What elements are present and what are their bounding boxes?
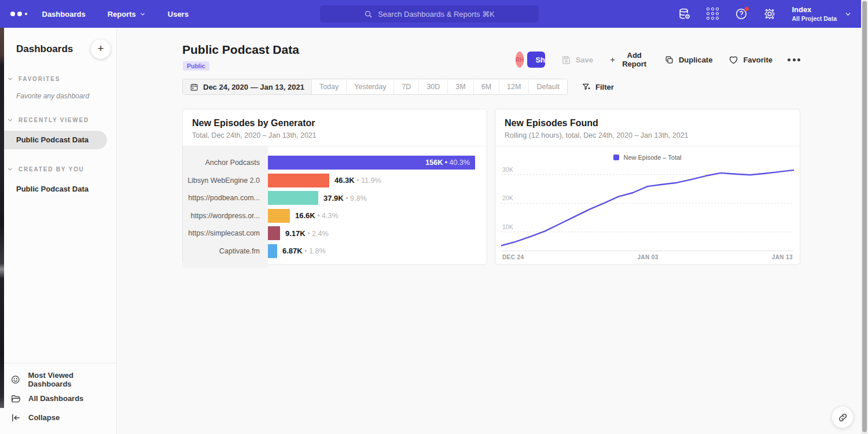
save-button[interactable]: Save: [561, 55, 593, 65]
section-label: FAVORITES: [19, 76, 60, 82]
preset-today[interactable]: Today: [312, 79, 347, 94]
bar-value: 9.17K • 2.4%: [285, 229, 329, 238]
link-icon: [838, 413, 848, 422]
sidebar-section-header[interactable]: FAVORITES: [0, 76, 116, 82]
top-navbar: DashboardsReportsUsers Search Dashboards…: [0, 0, 868, 28]
preset-3m[interactable]: 3M: [448, 79, 473, 94]
sidebar-footer-all-dashboards[interactable]: All Dashboards: [0, 389, 116, 408]
bar-row-label: Libsyn WebEngine 2.0: [183, 172, 268, 190]
filter-funnel-icon: [582, 82, 591, 91]
help-icon[interactable]: [735, 8, 748, 20]
bar-value: 46.3K • 11.9%: [334, 176, 381, 185]
sidebar-footer: Most Viewed DashboardsAll DashboardsColl…: [0, 363, 116, 434]
logo-dot: [10, 12, 15, 16]
favorite-label: Favorite: [743, 56, 773, 64]
chart-legend: New Episode – Total: [501, 152, 794, 163]
navbar-right: Index All Project Data: [678, 0, 852, 28]
bar-chart-labels: Anchor PodcastsLibsyn WebEngine 2.0https…: [183, 146, 268, 268]
project-name: Index: [792, 5, 837, 14]
chevron-down-icon: [7, 166, 13, 172]
avatar[interactable]: RH: [516, 52, 524, 68]
duplicate-button[interactable]: Duplicate: [664, 55, 713, 65]
screenshot-artifact-strip: [0, 28, 4, 408]
preset-30d[interactable]: 30D: [419, 79, 448, 94]
app-logo[interactable]: [10, 12, 27, 16]
bar-row: 46.3K • 11.9%: [268, 172, 487, 190]
project-switcher[interactable]: Index All Project Data: [792, 5, 837, 22]
more-options-icon[interactable]: [788, 58, 800, 61]
sidebar-item[interactable]: Public Podcast Data: [0, 180, 107, 198]
logo-dot: [17, 12, 22, 16]
visibility-badge: Public: [183, 61, 209, 71]
bar-value: 16.6K • 4.3%: [295, 211, 339, 220]
page-scrollbar[interactable]: [861, 0, 868, 434]
nav-item-dashboards[interactable]: Dashboards: [42, 10, 86, 19]
add-dashboard-button[interactable]: +: [91, 39, 111, 59]
folder-icon: [10, 393, 21, 404]
section-label: RECENTLY VIEWED: [19, 117, 89, 123]
bar-segment[interactable]: [268, 174, 329, 187]
calendar-icon: [190, 83, 198, 91]
scrollbar-thumb[interactable]: [862, 1, 867, 432]
bar-row-label: https://wordpress.or...: [183, 207, 268, 225]
sidebar-footer-collapse[interactable]: Collapse: [0, 408, 116, 427]
collapse-icon: [10, 413, 21, 423]
line-plot: 10K20K30K: [501, 164, 794, 251]
date-range-picker[interactable]: Dec 24, 2020 — Jan 13, 2021: [183, 79, 312, 94]
bar-row-label: https://simplecast.com: [183, 225, 268, 242]
search-input[interactable]: Search Dashboards & Reports ⌘K: [320, 5, 539, 23]
bar-segment[interactable]: 156K • 40.3%: [268, 156, 475, 170]
sidebar-section-header[interactable]: RECENTLY VIEWED: [0, 117, 116, 123]
add-report-button[interactable]: Add Report: [609, 51, 648, 68]
x-tick-label: JAN 03: [637, 254, 658, 260]
preset-yesterday[interactable]: Yesterday: [347, 79, 394, 94]
filter-button[interactable]: Filter: [582, 82, 614, 91]
preset-7d[interactable]: 7D: [394, 79, 419, 94]
filter-label: Filter: [595, 83, 614, 91]
bar-chart-subtitle: Total, Dec 24th, 2020 – Jan 13th, 2021: [192, 131, 477, 139]
x-axis-ticks: DEC 24JAN 03JAN 13: [501, 251, 794, 260]
svg-text:20K: 20K: [502, 194, 513, 201]
floating-link-button[interactable]: [832, 406, 854, 428]
share-button[interactable]: Share: [527, 52, 545, 68]
bar-segment[interactable]: [268, 209, 290, 223]
bar-segment[interactable]: [268, 244, 277, 258]
date-bar: Dec 24, 2020 — Jan 13, 2021 TodayYesterd…: [182, 79, 614, 95]
bar-row-label: Anchor Podcasts: [183, 154, 268, 172]
nav-item-users[interactable]: Users: [168, 10, 189, 19]
line-chart: New Episode – Total 10K20K30K DEC 24JAN …: [495, 146, 800, 260]
preset-6m[interactable]: 6M: [474, 79, 499, 94]
nav-item-reports[interactable]: Reports: [108, 10, 146, 19]
preset-default[interactable]: Default: [529, 79, 567, 94]
save-icon: [561, 55, 571, 65]
sidebar-footer-most-viewed-dashboards[interactable]: Most Viewed Dashboards: [0, 370, 116, 389]
legend-swatch: [613, 155, 619, 160]
project-scope: All Project Data: [792, 15, 837, 23]
bar-row: 9.17K • 2.4%: [268, 225, 487, 242]
apps-grid-icon[interactable]: [707, 8, 719, 20]
settings-gear-icon[interactable]: [763, 8, 776, 20]
chevron-down-icon: [7, 76, 13, 82]
favorite-button[interactable]: Favorite: [729, 55, 773, 65]
bar-chart-title: New Episodes by Generator: [192, 118, 477, 128]
sidebar-section-header[interactable]: CREATED BY YOU: [0, 166, 116, 172]
search-placeholder: Search Dashboards & Reports ⌘K: [378, 10, 495, 19]
section-label: CREATED BY YOU: [19, 166, 84, 172]
data-sources-icon[interactable]: [678, 8, 691, 20]
bar-row: 156K • 40.3%: [268, 154, 487, 172]
x-tick-label: JAN 13: [772, 254, 793, 260]
line-chart-title: New Episodes Found: [505, 118, 790, 128]
sidebar-top: Dashboards + FAVORITESFavorite any dashb…: [0, 28, 116, 363]
bar-row-label: https://podbean.com...: [183, 189, 268, 207]
chevron-down-icon[interactable]: [844, 10, 852, 18]
bar-row: 37.9K • 9.8%: [268, 189, 487, 207]
preset-12m[interactable]: 12M: [499, 79, 529, 94]
nav-items: DashboardsReportsUsers: [42, 10, 189, 19]
sidebar-item[interactable]: Public Podcast Data: [0, 131, 107, 149]
chevron-down-icon: [7, 117, 13, 123]
heart-icon: [729, 55, 738, 65]
bar-segment[interactable]: [268, 191, 318, 205]
actions-row: RH Share Save Add Report Duplicate Favor…: [516, 52, 800, 68]
bar-segment[interactable]: [268, 226, 280, 240]
x-tick-label: DEC 24: [502, 254, 524, 260]
